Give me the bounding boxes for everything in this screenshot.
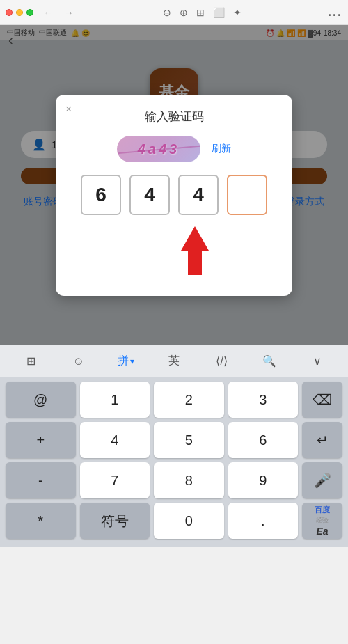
key-5[interactable]: 5 [154, 422, 224, 458]
zoom-out-icon[interactable]: ⊖ [161, 6, 173, 19]
browser-toolbar: ⊖ ⊕ ⊞ ⬜ ✦ [81, 6, 324, 19]
key-4[interactable]: 4 [80, 422, 150, 458]
browser-chrome: ← → ⊖ ⊕ ⊞ ⬜ ✦ ... [0, 0, 348, 25]
search-icon: 🔍 [262, 354, 276, 368]
key-asterisk[interactable]: * [6, 503, 76, 539]
mic-icon: 🎤 [314, 472, 331, 489]
key-dot[interactable]: . [228, 503, 299, 539]
key-minus[interactable]: - [6, 462, 76, 498]
key-enter[interactable]: ↵ [302, 422, 342, 458]
star-icon[interactable]: ✦ [232, 6, 243, 19]
baidu-sub: 经验 [316, 516, 329, 525]
keyboard-row-4: * 符号 0 . 百度 经验 Ea [3, 503, 345, 539]
app-background: 中国移动 中国联通 🔔 😊 ⏰ 🔔 📶 📶 ▓94 18:34 ‹ 基金 👤 1… [0, 25, 348, 345]
key-symbol[interactable]: 符号 [80, 503, 150, 539]
code-box-4[interactable] [227, 175, 267, 215]
captcha-refresh-button[interactable]: 刷新 [212, 143, 231, 155]
key-3[interactable]: 3 [228, 382, 299, 418]
keyboard-row-1: @ 1 2 3 ⌫ [3, 382, 345, 418]
at-symbol: @ [33, 392, 47, 408]
key-plus[interactable]: + [6, 422, 76, 458]
minimize-dot[interactable] [16, 9, 23, 16]
number-keyboard: @ 1 2 3 ⌫ + 4 5 6 ↵ [0, 377, 348, 547]
pinyin-arrow: ▾ [130, 356, 134, 366]
key-at[interactable]: @ [6, 382, 76, 418]
arrow-indicator [70, 226, 278, 275]
key-1[interactable]: 1 [80, 382, 150, 418]
ime-code-button[interactable]: ⟨/⟩ [198, 349, 246, 373]
dialog-overlay: × 输入验证码 4a43 刷新 6 4 4 [0, 25, 348, 345]
key-8[interactable]: 8 [154, 462, 224, 498]
key-7[interactable]: 7 [80, 462, 150, 498]
grid-icon: ⊞ [26, 354, 35, 368]
key-mic[interactable]: 🎤 [302, 462, 342, 498]
forward-button[interactable]: → [61, 6, 77, 19]
back-button[interactable]: ← [40, 6, 56, 19]
dialog-close-button[interactable]: × [65, 103, 72, 116]
ime-collapse-button[interactable]: ∨ [293, 349, 341, 373]
emoji-icon: ☺ [73, 355, 84, 368]
ime-search-button[interactable]: 🔍 [246, 349, 294, 373]
browser-nav: ← → [40, 6, 77, 19]
key-space-baidu[interactable]: 百度 经验 Ea [302, 503, 342, 539]
maximize-dot[interactable] [26, 9, 33, 16]
key-6[interactable]: 6 [228, 422, 299, 458]
browser-window-controls [6, 9, 33, 16]
key-9[interactable]: 9 [228, 462, 299, 498]
ime-english-button[interactable]: 英 [150, 348, 198, 374]
baidu-label: 百度 [315, 505, 330, 515]
key-2[interactable]: 2 [154, 382, 224, 418]
code-box-2[interactable]: 4 [129, 175, 170, 215]
collapse-icon: ∨ [313, 354, 322, 368]
verification-dialog: × 输入验证码 4a43 刷新 6 4 4 [56, 95, 292, 296]
close-dot[interactable] [6, 9, 13, 16]
code-box-3[interactable]: 4 [178, 175, 219, 215]
svg-marker-0 [181, 226, 209, 275]
captcha-image: 4a43 [117, 136, 200, 162]
code-input-boxes: 6 4 4 [70, 175, 278, 215]
ime-emoji-button[interactable]: ☺ [55, 350, 103, 373]
layout-icon[interactable]: ⊞ [195, 6, 206, 19]
ime-bar: ⊞ ☺ 拼 ▾ 英 ⟨/⟩ 🔍 ∨ [0, 345, 348, 377]
key-0[interactable]: 0 [154, 503, 224, 539]
ea-label: Ea [316, 526, 328, 537]
code-box-1[interactable]: 6 [81, 175, 121, 215]
delete-icon: ⌫ [313, 391, 332, 408]
keyboard-row-2: + 4 5 6 ↵ [3, 422, 345, 458]
pinyin-label: 拼 [118, 354, 129, 368]
ime-grid-button[interactable]: ⊞ [7, 349, 55, 373]
key-delete[interactable]: ⌫ [302, 382, 342, 418]
enter-icon: ↵ [317, 432, 329, 448]
keyboard-row-3: - 7 8 9 🎤 [3, 462, 345, 498]
code-icon: ⟨/⟩ [216, 354, 227, 368]
symbol-label: 符号 [101, 512, 129, 531]
ime-pinyin-button[interactable]: 拼 ▾ [102, 348, 150, 374]
more-button[interactable]: ... [328, 5, 342, 19]
dialog-title: 输入验证码 [70, 109, 278, 125]
red-arrow-icon [167, 226, 223, 275]
captcha-row: 4a43 刷新 [70, 136, 278, 162]
zoom-in-icon[interactable]: ⊕ [178, 6, 189, 19]
share-icon[interactable]: ⬜ [212, 6, 226, 19]
